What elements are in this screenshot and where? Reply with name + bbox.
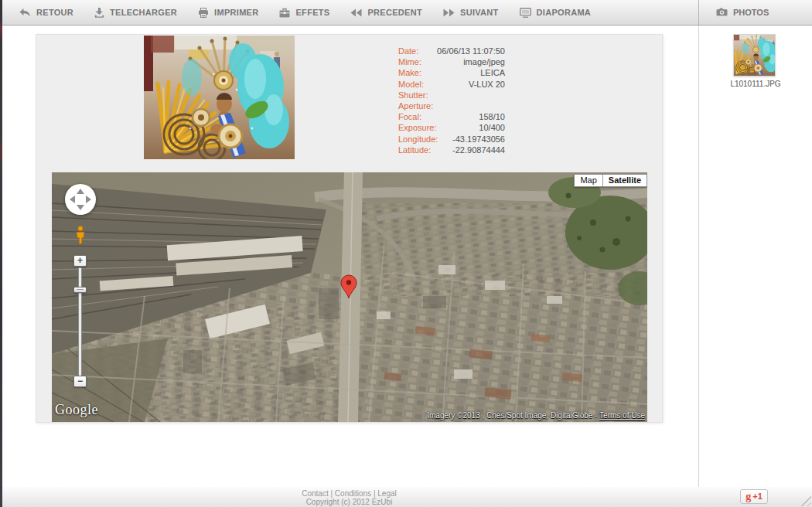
pan-down-button[interactable]	[77, 205, 84, 210]
exif-label: Mime:	[398, 56, 421, 67]
exif-row: Aperture:	[398, 100, 505, 111]
photos-header: PHOTOS	[716, 0, 769, 25]
terms-of-use-link[interactable]: Terms of Use	[599, 411, 645, 420]
exif-value: LEICA	[480, 67, 505, 78]
copyright-text: Copyright (c) 2012 EzUbi	[0, 498, 698, 506]
suivant-button[interactable]: SUIVANT	[443, 8, 499, 17]
exif-label: Longitude:	[398, 134, 438, 145]
map-type-satellite-button[interactable]: Satellite	[602, 175, 647, 186]
double-right-arrow-icon	[443, 9, 455, 17]
exif-value: 06/06/13 11:07:50	[437, 46, 505, 56]
photo-thumbnail[interactable]	[733, 34, 776, 77]
exif-value: V-LUX 20	[469, 79, 505, 90]
exif-label: Shutter:	[398, 90, 428, 100]
imprimer-button[interactable]: IMPRIMER	[198, 8, 258, 18]
exif-label: Latitude:	[398, 145, 431, 155]
pan-left-button[interactable]	[70, 196, 75, 203]
suivant-label: SUIVANT	[460, 8, 499, 17]
back-arrow-icon	[19, 8, 31, 18]
plusone-label: +1	[752, 492, 763, 501]
map-type-map-button[interactable]: Map	[575, 175, 602, 186]
exif-label: Model:	[398, 79, 424, 90]
google-logo[interactable]: Google	[55, 402, 98, 418]
printer-icon	[198, 8, 209, 18]
download-icon	[94, 8, 104, 18]
zoom-slider-handle[interactable]	[73, 287, 87, 293]
footer-separator: |	[374, 489, 376, 498]
effets-label: EFFETS	[295, 8, 329, 17]
retour-button[interactable]: RETOUR	[19, 8, 73, 18]
exif-row: Mime:image/jpeg	[398, 56, 505, 67]
camera-icon	[716, 8, 728, 18]
map-viewport[interactable]: + − Map Satellite Google Imagery ©2013 ,…	[52, 172, 647, 422]
diaporama-button[interactable]: DIAPORAMA	[520, 8, 592, 18]
google-plusone-button[interactable]: g +1	[740, 489, 768, 504]
exif-row: Exposure:10/400	[398, 122, 505, 133]
diaporama-label: DIAPORAMA	[537, 8, 592, 17]
toolbar-buttons: RETOUR TELECHARGER IMPRIMER EFFETS PRECE…	[2, 0, 591, 25]
imprimer-label: IMPRIMER	[214, 8, 258, 17]
footer: Contact | Conditions | Legal Copyright (…	[0, 487, 812, 507]
exif-value: -22.90874444	[452, 145, 505, 155]
conditions-link[interactable]: Conditions	[335, 489, 371, 498]
exif-value: image/jpeg	[463, 56, 505, 67]
attribution-text: Imagery ©2013 , Cnes/Spot Image, Digital…	[427, 411, 597, 420]
precedent-button[interactable]: PRECEDENT	[350, 8, 422, 17]
exif-row: Shutter:	[398, 90, 505, 100]
legal-link[interactable]: Legal	[377, 489, 396, 498]
photos-sidebar: L1010111.JPG	[699, 26, 812, 487]
telecharger-label: TELECHARGER	[110, 8, 177, 17]
exif-row: Latitude:-22.90874444	[398, 145, 505, 155]
exif-label: Exposure:	[398, 122, 437, 133]
photos-header-label: PHOTOS	[733, 8, 769, 17]
retour-label: RETOUR	[36, 8, 73, 17]
exif-value: 10/400	[479, 122, 505, 133]
exif-label: Aperture:	[398, 100, 433, 111]
telecharger-button[interactable]: TELECHARGER	[94, 8, 177, 18]
exif-row: Make:LEICA	[398, 67, 505, 78]
zoom-out-button[interactable]: −	[73, 376, 87, 387]
footer-links: Contact | Conditions | Legal	[0, 489, 698, 498]
exif-value: 158/10	[479, 111, 505, 122]
satellite-imagery[interactable]	[52, 172, 647, 422]
exif-label: Date:	[398, 46, 418, 56]
window-left-edge	[0, 0, 2, 507]
footer-text: Contact | Conditions | Legal Copyright (…	[0, 489, 698, 506]
photo-preview[interactable]	[144, 36, 295, 159]
pan-right-button[interactable]	[86, 196, 91, 203]
exif-row: Focal:158/10	[398, 111, 505, 122]
precedent-label: PRECEDENT	[367, 8, 422, 17]
zoom-slider-track[interactable]	[78, 267, 82, 376]
pan-up-button[interactable]	[77, 189, 84, 194]
slideshow-screen-icon	[520, 8, 531, 18]
zoom-in-button[interactable]: +	[73, 255, 87, 267]
thumbnail-image	[734, 35, 775, 76]
google-g-icon: g	[745, 492, 751, 502]
exif-label: Make:	[398, 67, 421, 78]
toolbar-divider	[698, 0, 699, 25]
exif-label: Focal:	[398, 111, 421, 122]
exif-row: Longitude:-43.19743056	[398, 134, 505, 145]
exif-row: Model:V-LUX 20	[398, 79, 505, 90]
double-left-arrow-icon	[350, 9, 362, 17]
exif-value: -43.19743056	[452, 134, 505, 145]
contact-link[interactable]: Contact	[302, 489, 328, 498]
toolbox-icon	[279, 8, 290, 18]
exif-table: Date:06/06/13 11:07:50 Mime:image/jpeg M…	[398, 46, 505, 155]
carnival-photo	[144, 36, 295, 159]
effets-button[interactable]: EFFETS	[279, 8, 329, 18]
exif-row: Date:06/06/13 11:07:50	[398, 46, 505, 56]
map-type-control: Map Satellite	[574, 174, 647, 187]
map-pan-control	[65, 184, 96, 215]
toolbar: RETOUR TELECHARGER IMPRIMER EFFETS PRECE…	[0, 0, 812, 26]
street-view-pegman[interactable]	[75, 226, 86, 247]
map-attribution: Imagery ©2013 , Cnes/Spot Image, Digital…	[427, 411, 645, 420]
footer-separator: |	[330, 489, 333, 498]
photo-detail-panel: Date:06/06/13 11:07:50 Mime:image/jpeg M…	[36, 34, 663, 423]
thumbnail-filename: L1010111.JPG	[699, 80, 812, 88]
window-resize-grip[interactable]	[800, 495, 811, 506]
